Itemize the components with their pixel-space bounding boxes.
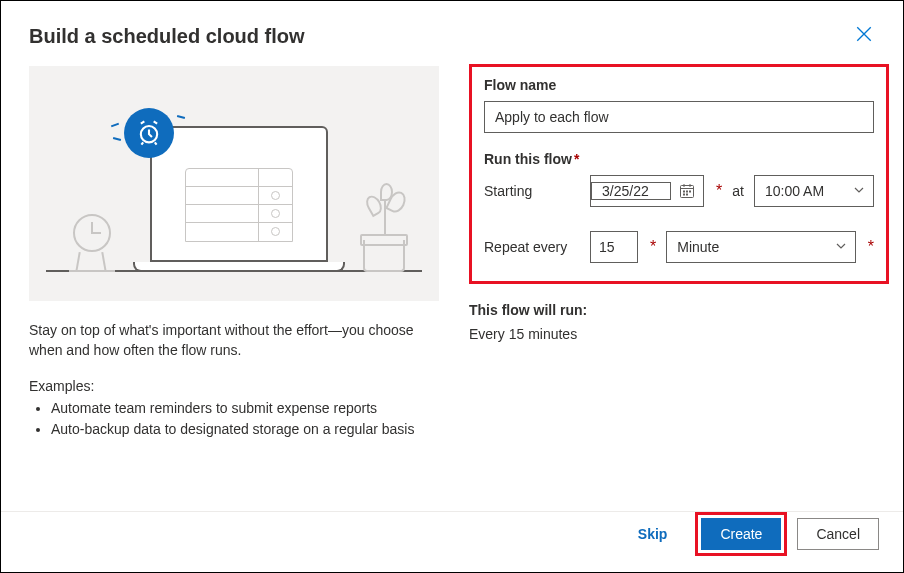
illustration — [29, 66, 439, 301]
starting-time-value: 10:00 AM — [765, 183, 824, 199]
flow-name-input[interactable] — [484, 101, 874, 133]
starting-label: Starting — [484, 183, 580, 199]
at-label: at — [732, 183, 744, 199]
summary-text: Every 15 minutes — [469, 326, 889, 342]
examples-label: Examples: — [29, 378, 439, 394]
chevron-down-icon — [853, 183, 865, 199]
example-item: Auto-backup data to designated storage o… — [51, 419, 439, 440]
close-button[interactable] — [855, 25, 875, 45]
examples-list: Automate team reminders to submit expens… — [29, 398, 439, 440]
dialog-title: Build a scheduled cloud flow — [29, 25, 875, 48]
form-highlight: Flow name Run this flow* Starting * a — [469, 64, 889, 284]
svg-rect-5 — [689, 191, 691, 193]
repeat-label: Repeat every — [484, 239, 580, 255]
chevron-down-icon — [835, 239, 847, 255]
scheduled-flow-dialog: Build a scheduled cloud flow — [1, 1, 903, 572]
dialog-footer: Skip Create Cancel — [620, 512, 879, 556]
summary-label: This flow will run: — [469, 302, 889, 318]
repeat-unit-select[interactable]: Minute — [666, 231, 855, 263]
repeat-value-input[interactable] — [590, 231, 638, 263]
starting-date-text[interactable] — [591, 182, 671, 200]
svg-rect-6 — [683, 194, 685, 196]
alarm-clock-icon — [124, 108, 174, 158]
close-icon — [855, 25, 873, 43]
flow-name-label: Flow name — [484, 77, 874, 93]
calendar-icon[interactable] — [671, 183, 703, 199]
starting-date-input[interactable] — [590, 175, 704, 207]
create-highlight: Create — [695, 512, 787, 556]
create-button[interactable]: Create — [701, 518, 781, 550]
skip-button[interactable]: Skip — [620, 518, 686, 550]
starting-time-select[interactable]: 10:00 AM — [754, 175, 874, 207]
example-item: Automate team reminders to submit expens… — [51, 398, 439, 419]
repeat-unit-value: Minute — [677, 239, 719, 255]
svg-rect-4 — [686, 191, 688, 193]
run-this-flow-label: Run this flow* — [484, 151, 874, 167]
svg-rect-3 — [683, 191, 685, 193]
description-text: Stay on top of what's important without … — [29, 321, 439, 360]
svg-rect-7 — [686, 194, 688, 196]
cancel-button[interactable]: Cancel — [797, 518, 879, 550]
